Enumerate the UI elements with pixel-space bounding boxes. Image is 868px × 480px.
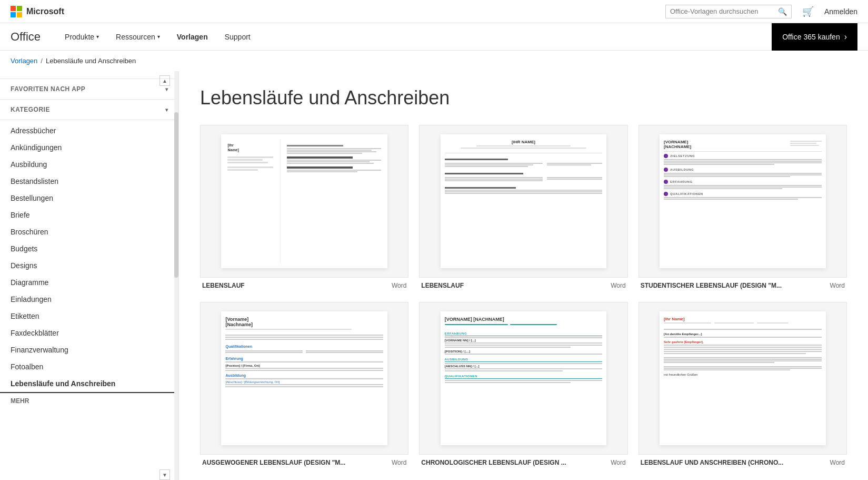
scroll-track (174, 71, 178, 480)
nav-item-ressourcen[interactable]: Ressourcen ▾ (107, 23, 168, 51)
sidebar-item-bestellungen[interactable]: Bestellungen (0, 190, 178, 207)
chevron-down-icon: ▾ (157, 34, 160, 40)
template-thumb-2: [VORNAME] [NACHNAME] (638, 125, 847, 278)
template-card-4[interactable]: [VORNAME] [NACHNAME] ERFAHRUNG [VORNAME … (419, 302, 627, 468)
office-nav-left: Office Produkte ▾ Ressourcen ▾ Vorlagen … (11, 23, 259, 51)
template-preview-0: [IhrName] (221, 134, 387, 268)
template-app-3: Word (392, 459, 406, 466)
template-card-5[interactable]: [Ihr Name] [An den/die Empfänger...] Seh… (638, 302, 847, 468)
template-meta-4: CHRONOLOGISCHER LEBENSLAUF (DESIGN ... W… (419, 455, 627, 468)
breadcrumb-link-vorlagen[interactable]: Vorlagen (11, 57, 37, 65)
chevron-down-icon: ▾ (96, 34, 99, 40)
sidebar-item-etiketten[interactable]: Etiketten (0, 308, 178, 325)
search-icon: 🔍 (778, 7, 787, 16)
sidebar-item-fotoalben[interactable]: Fotoalben (0, 358, 178, 375)
content-area: Lebensläufe und Anschreiben [IhrName] (179, 71, 868, 480)
sidebar-item-finanzverwaltung[interactable]: Finanzverwaltung (0, 341, 178, 358)
sidebar-item-broschuren[interactable]: Broschüren (0, 223, 178, 240)
favorites-label: FAVORITEN NACH APP (11, 85, 85, 93)
template-meta-2: STUDENTISCHER LEBENSLAUF (DESIGN "M... W… (638, 278, 847, 291)
main-layout: ▲ FAVORITEN NACH APP ▾ KATEGORIE ▾ Adres… (0, 71, 868, 480)
template-preview-4: [VORNAME] [NACHNAME] ERFAHRUNG [VORNAME … (441, 311, 606, 445)
template-meta-5: LEBENSLAUF UND ANSCHREIBEN (CHRONO... Wo… (638, 455, 847, 468)
template-preview-1: [IHR NAME] (441, 134, 606, 268)
sidebar-item-ankuendigungen[interactable]: Ankündigungen (0, 139, 178, 156)
search-input[interactable] (670, 7, 778, 15)
nav-items: Produkte ▾ Ressourcen ▾ Vorlagen Support (56, 23, 259, 51)
sidebar-item-budgets[interactable]: Budgets (0, 240, 178, 257)
sidebar-item-designs[interactable]: Designs (0, 257, 178, 274)
sidebar-item-ausbildung[interactable]: Ausbildung (0, 156, 178, 173)
scroll-down-arrow[interactable]: ▼ (159, 469, 170, 480)
template-thumb-4: [VORNAME] [NACHNAME] ERFAHRUNG [VORNAME … (419, 302, 627, 455)
microsoft-logo[interactable]: Microsoft (11, 6, 64, 17)
template-card-1[interactable]: [IHR NAME] (419, 125, 627, 291)
sidebar-item-bestandslisten[interactable]: Bestandslisten (0, 173, 178, 190)
sidebar: ▲ FAVORITEN NACH APP ▾ KATEGORIE ▾ Adres… (0, 71, 179, 480)
template-name-2: STUDENTISCHER LEBENSLAUF (DESIGN "M... (641, 282, 782, 289)
cart-icon[interactable]: 🛒 (802, 6, 814, 17)
template-card-2[interactable]: [VORNAME] [NACHNAME] (638, 125, 847, 291)
buy-label: Office 365 kaufen (782, 33, 840, 41)
msbar-right: 🔍 🛒 Anmelden (665, 5, 857, 18)
template-app-1: Word (611, 282, 625, 289)
signin-button[interactable]: Anmelden (824, 7, 857, 16)
buy-office-button[interactable]: Office 365 kaufen › (772, 23, 857, 51)
sidebar-item-mehr[interactable]: MEHR (0, 393, 178, 409)
template-meta-3: AUSGEWOGENER LEBENSLAUF (DESIGN "M... Wo… (200, 455, 408, 468)
template-preview-5: [Ihr Name] [An den/die Empfänger...] Seh… (660, 311, 825, 445)
search-box[interactable]: 🔍 (665, 5, 792, 18)
template-thumb-0: [IhrName] (200, 125, 408, 278)
template-preview-3: [Vorname] [Nachname] Qualifikationen Erf… (221, 311, 387, 445)
template-app-0: Word (392, 282, 406, 289)
template-app-4: Word (611, 459, 625, 466)
template-name-3: AUSGEWOGENER LEBENSLAUF (DESIGN "M... (202, 459, 345, 466)
scroll-up-arrow[interactable]: ▲ (159, 75, 170, 86)
template-app-5: Word (830, 459, 845, 466)
template-card-0[interactable]: [IhrName] (200, 125, 408, 291)
sidebar-item-adressbuecher[interactable]: Adressbücher (0, 122, 178, 139)
nav-item-vorlagen[interactable]: Vorlagen (168, 23, 216, 51)
template-preview-2: [VORNAME] [NACHNAME] (660, 134, 825, 268)
template-app-2: Word (830, 282, 845, 289)
office-brand[interactable]: Office (11, 30, 41, 44)
template-thumb-5: [Ihr Name] [An den/die Empfänger...] Seh… (638, 302, 847, 455)
sidebar-item-diagramme[interactable]: Diagramme (0, 274, 178, 291)
template-thumb-1: [IHR NAME] (419, 125, 627, 278)
breadcrumb-current: Lebensläufe und Anschreiben (46, 57, 136, 65)
sidebar-item-briefe[interactable]: Briefe (0, 207, 178, 223)
nav-item-support[interactable]: Support (216, 23, 259, 51)
nav-item-produkte[interactable]: Produkte ▾ (56, 23, 107, 51)
microsoft-text: Microsoft (26, 7, 64, 16)
sidebar-item-lebenslaufe[interactable]: Lebensläufe und Anschreiben (0, 375, 178, 393)
template-name-0: LEBENSLAUF (202, 282, 245, 289)
template-name-4: CHRONOLOGISCHER LEBENSLAUF (DESIGN ... (421, 459, 566, 466)
breadcrumb-separator: / (41, 57, 43, 65)
template-grid: [IhrName] (200, 125, 847, 468)
template-card-3[interactable]: [Vorname] [Nachname] Qualifikationen Erf… (200, 302, 408, 468)
template-name-1: LEBENSLAUF (421, 282, 464, 289)
favorites-header[interactable]: FAVORITEN NACH APP ▾ (0, 81, 178, 97)
template-meta-1: LEBENSLAUF Word (419, 278, 627, 291)
ms-logo-grid (11, 6, 22, 17)
template-name-5: LEBENSLAUF UND ANSCHREIBEN (CHRONO... (641, 459, 784, 466)
scroll-thumb (174, 112, 178, 278)
breadcrumb: Vorlagen / Lebensläufe und Anschreiben (0, 51, 868, 71)
arrow-icon: › (844, 32, 847, 42)
chevron-down-icon: ▾ (165, 107, 168, 113)
office-navbar: Office Produkte ▾ Ressourcen ▾ Vorlagen … (0, 23, 868, 51)
kategorie-header[interactable]: KATEGORIE ▾ (0, 102, 178, 117)
sidebar-item-einladungen[interactable]: Einladungen (0, 291, 178, 308)
microsoft-bar: Microsoft 🔍 🛒 Anmelden (0, 0, 868, 23)
page-title: Lebensläufe und Anschreiben (200, 87, 847, 109)
chevron-down-icon: ▾ (165, 86, 168, 92)
sidebar-item-faxdeckblatter[interactable]: Faxdeckblätter (0, 325, 178, 341)
template-meta-0: LEBENSLAUF Word (200, 278, 408, 291)
kategorie-label: KATEGORIE (11, 106, 50, 113)
template-thumb-3: [Vorname] [Nachname] Qualifikationen Erf… (200, 302, 408, 455)
